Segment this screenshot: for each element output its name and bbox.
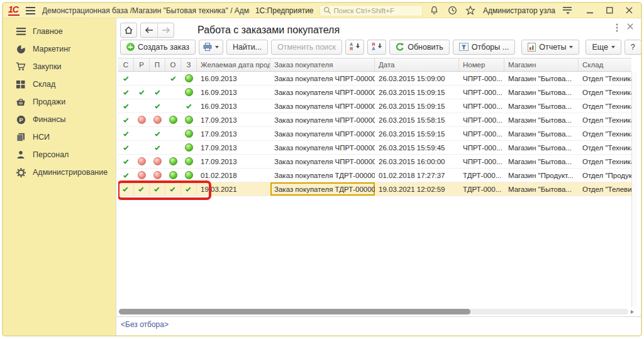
cell-date[interactable]: 26.03.2015 15:59:45 [375, 141, 459, 154]
help-button[interactable]: ? [625, 40, 641, 55]
cell-date[interactable]: 01.02.2018 17:27:37 [375, 169, 459, 182]
cell-order[interactable]: Заказ покупателя ЧПРТ-00000... [270, 141, 375, 154]
column-header-order[interactable]: Заказ покупателя [270, 58, 375, 71]
sidebar-item-finansy[interactable]: Р Финансы [3, 111, 116, 128]
reports-button[interactable]: Отчеты [521, 40, 579, 55]
cell-date[interactable]: 26.03.2015 15:09:15 [375, 86, 459, 99]
column-header-o[interactable]: О [165, 58, 181, 71]
cell-desired_date[interactable]: 17.09.2013 [197, 155, 270, 168]
cell-order[interactable]: Заказ покупателя ЧПРТ-00000... [270, 155, 375, 168]
cell-number[interactable]: ЧПРТ-000... [459, 127, 504, 140]
column-header-s[interactable]: С [118, 58, 134, 71]
cell-desired_date[interactable]: 16.09.2013 [197, 86, 270, 99]
column-header-number[interactable]: Номер [459, 58, 504, 71]
column-header-z[interactable]: З [181, 58, 197, 71]
sidebar-item-glavnoe[interactable]: Главное [3, 23, 116, 40]
cell-warehouse[interactable]: Отдел "Техника д [579, 127, 631, 140]
window-menu-kebab-icon[interactable] [616, 23, 618, 32]
cell-desired_date[interactable]: 17.09.2013 [197, 113, 270, 126]
cell-date[interactable]: 26.03.2015 16:00:00 [375, 155, 459, 168]
cell-warehouse[interactable]: Отдел "Техника д [579, 86, 631, 99]
filter-status-link[interactable]: <Без отбора> [121, 320, 169, 329]
notifications-bell-icon[interactable] [428, 5, 440, 16]
cell-date[interactable]: 19.03.2021 12:02:59 [375, 182, 459, 196]
cell-warehouse[interactable]: Отдел "Продукть [579, 169, 631, 182]
column-header-date[interactable]: Дата [375, 58, 459, 71]
cell-date[interactable]: 26.03.2015 15:09:15 [375, 99, 459, 113]
table-row[interactable]: 17.09.2013Заказ покупателя ЧПРТ-00000...… [118, 127, 631, 141]
favorites-star-icon[interactable] [465, 5, 476, 16]
cell-order[interactable]: Заказ покупателя ТДРТ-000001... [270, 169, 375, 182]
cell-shop[interactable]: Магазин "Бытова... [504, 127, 579, 140]
cell-warehouse[interactable]: Отдел "Техника д [579, 72, 631, 85]
cell-shop[interactable]: Магазин "Бытова... [504, 141, 579, 154]
cell-number[interactable]: ТДРТ-000... [459, 182, 504, 196]
cell-number[interactable]: ЧПРТ-000... [459, 86, 504, 99]
sidebar-item-administrirovanie[interactable]: Администрирование [3, 164, 116, 181]
cell-desired_date[interactable]: 17.09.2013 [197, 141, 270, 154]
cell-number[interactable]: ЧПРТ-000... [459, 141, 504, 154]
cell-desired_date[interactable]: 16.09.2013 [197, 99, 270, 113]
cell-shop[interactable]: Магазин "Бытова... [504, 72, 579, 85]
sidebar-item-zakupki[interactable]: Закупки [3, 58, 116, 75]
sidebar-item-nsi[interactable]: НСИ [3, 128, 116, 146]
cell-desired_date[interactable]: 17.09.2013 [197, 127, 270, 140]
table-row[interactable]: 16.09.2013Заказ покупателя ЧПРТ-00000...… [118, 72, 631, 86]
current-user[interactable]: Администратор узла [483, 6, 555, 15]
cell-shop[interactable]: Магазин "Бытова... [504, 155, 579, 168]
cell-date[interactable]: 26.03.2015 15:09:00 [375, 72, 459, 85]
cell-order[interactable]: Заказ покупателя ЧПРТ-00000... [270, 99, 375, 113]
home-button[interactable] [120, 23, 137, 38]
hscroll-thumb[interactable] [119, 309, 470, 314]
forward-button[interactable] [157, 23, 174, 37]
sidebar-item-sklad[interactable]: Склад [3, 75, 116, 93]
cell-date[interactable]: 26.03.2015 15:59:15 [375, 127, 459, 140]
table-row[interactable]: 19.03.2021Заказ покупателя ТДРТ-000001..… [118, 182, 631, 196]
cell-warehouse[interactable]: Отдел "Техника д [579, 99, 631, 113]
cell-order[interactable]: Заказ покупателя ЧПРТ-00000... [270, 86, 375, 99]
close-window-icon[interactable] [623, 5, 635, 16]
back-button[interactable] [141, 23, 157, 37]
cell-desired_date[interactable]: 19.03.2021 [197, 182, 270, 196]
cell-order[interactable]: Заказ покупателя ЧПРТ-00000... [270, 72, 375, 85]
cell-shop[interactable]: Магазин "Бытова... [504, 86, 579, 99]
cell-number[interactable]: ТДРТ-000... [459, 169, 504, 182]
cell-number[interactable]: ЧПРТ-000... [459, 72, 504, 85]
sort-descending-button[interactable]: Я А [367, 40, 386, 55]
sidebar-item-prodazhi[interactable]: Продажи [3, 93, 116, 111]
close-form-icon[interactable] [627, 23, 633, 30]
cell-warehouse[interactable]: Отдел "Техника д [579, 141, 631, 154]
column-header-warehouse[interactable]: Склад [579, 58, 631, 71]
print-button[interactable] [199, 40, 223, 55]
table-row[interactable]: 17.09.2013Заказ покупателя ЧПРТ-00000...… [118, 141, 631, 155]
cell-warehouse[interactable]: Отдел "Техника д [579, 113, 631, 126]
sort-ascending-button[interactable]: А Я [345, 40, 364, 55]
cell-warehouse[interactable]: Отдел "Телевизо [579, 182, 631, 196]
cell-number[interactable]: ЧПРТ-000... [459, 113, 504, 126]
cell-shop[interactable]: Магазин "Продукт... [504, 169, 579, 182]
cell-warehouse[interactable]: Отдел "Техника д [579, 155, 631, 168]
column-header-p[interactable]: П [150, 58, 165, 71]
cell-date[interactable]: 26.03.2015 15:58:15 [375, 113, 459, 126]
main-menu-lines-caret-icon[interactable] [562, 5, 574, 16]
global-search[interactable] [319, 5, 423, 16]
sidebar-item-personal[interactable]: Персонал [3, 146, 116, 164]
table-row[interactable]: 16.09.2013Заказ покупателя ЧПРТ-00000...… [118, 99, 631, 113]
search-input[interactable] [334, 7, 419, 14]
history-clock-icon[interactable] [447, 5, 458, 16]
sidebar-item-marketing[interactable]: Маркетинг [3, 40, 116, 58]
cancel-search-button[interactable]: Отменить поиск [271, 40, 342, 55]
cell-desired_date[interactable]: 01.02.2018 [197, 169, 270, 182]
table-row[interactable]: 17.09.2013Заказ покупателя ЧПРТ-00000...… [118, 155, 631, 169]
cell-number[interactable]: ЧПРТ-000... [459, 155, 504, 168]
more-button[interactable]: Еще [586, 40, 621, 55]
maximize-icon[interactable] [604, 5, 615, 16]
cell-order[interactable]: Заказ покупателя ЧПРТ-00000... [270, 127, 375, 140]
cell-order[interactable]: Заказ покупателя ЧПРТ-00000... [270, 113, 375, 126]
find-button[interactable]: Найти... [226, 40, 268, 55]
hscroll-track[interactable] [119, 309, 628, 314]
create-order-button[interactable]: Создать заказ [120, 40, 196, 55]
cell-desired_date[interactable]: 16.09.2013 [197, 72, 270, 85]
cell-order[interactable]: Заказ покупателя ТДРТ-000001... [270, 182, 375, 196]
table-row[interactable]: 17.09.2013Заказ покупателя ЧПРТ-00000...… [118, 113, 631, 127]
